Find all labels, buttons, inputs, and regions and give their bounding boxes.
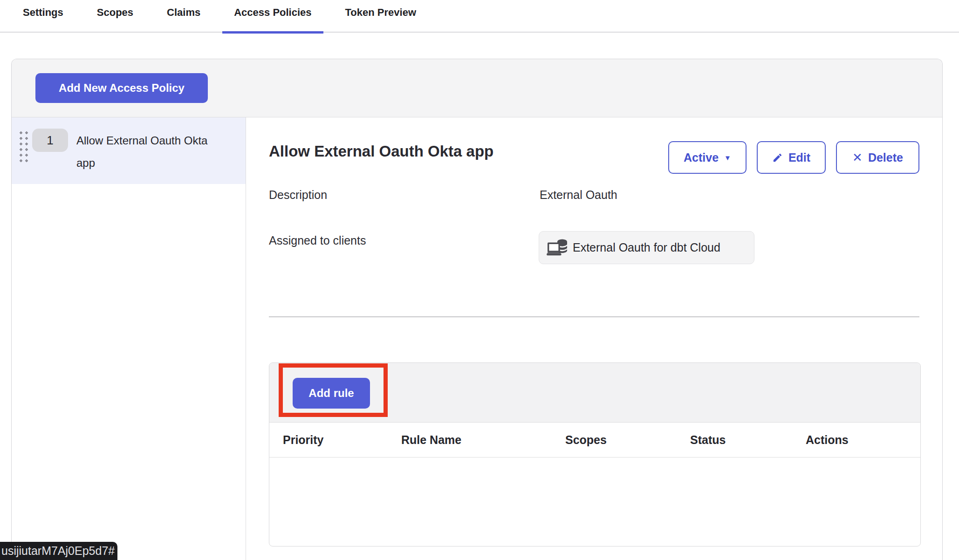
column-header-status: Status <box>690 423 726 458</box>
edit-button-label: Edit <box>788 151 810 164</box>
active-status-label: Active <box>684 151 719 164</box>
link-preview-tooltip: usijiutarM7Aj0Ep5d7# <box>0 542 117 560</box>
close-icon: ✕ <box>852 151 863 164</box>
pencil-icon <box>772 152 783 163</box>
tab-scopes[interactable]: Scopes <box>97 7 133 33</box>
rules-empty-body <box>269 458 920 546</box>
assigned-client-chip[interactable]: External Oauth for dbt Cloud <box>539 231 754 264</box>
add-rule-button[interactable]: Add rule <box>293 378 370 409</box>
policy-detail-pane: Allow External Oauth Okta app Active ▼ E… <box>247 117 942 560</box>
delete-button-label: Delete <box>868 151 903 164</box>
panel-header: Add New Access Policy <box>12 59 942 117</box>
rules-table-header: Add rule <box>269 363 920 423</box>
column-header-priority: Priority <box>283 423 324 458</box>
description-label: Description <box>269 188 327 202</box>
assigned-client-name: External Oauth for dbt Cloud <box>573 241 720 254</box>
tab-settings[interactable]: Settings <box>23 7 63 33</box>
policy-title: Allow External Oauth Okta app <box>269 142 493 161</box>
section-divider <box>269 316 919 317</box>
description-value: External Oauth <box>540 188 617 202</box>
panel-body: 1 Allow External Oauth Okta app Allow Ex… <box>12 117 942 560</box>
column-header-rule-name: Rule Name <box>401 423 461 458</box>
edit-policy-button[interactable]: Edit <box>757 141 826 174</box>
tab-claims[interactable]: Claims <box>167 7 200 33</box>
add-new-access-policy-button[interactable]: Add New Access Policy <box>35 73 208 103</box>
policy-name-label: Allow External Oauth Okta app <box>76 130 216 174</box>
assigned-to-clients-label: Assigned to clients <box>269 234 366 247</box>
active-status-dropdown-button[interactable]: Active ▼ <box>668 141 747 174</box>
policy-action-buttons: Active ▼ Edit ✕ Delete <box>668 141 919 174</box>
rules-table: Add rule Priority Rule Name Scopes Statu… <box>269 362 921 546</box>
chevron-down-icon: ▼ <box>724 154 731 161</box>
delete-policy-button[interactable]: ✕ Delete <box>836 141 919 174</box>
policy-list-item[interactable]: 1 Allow External Oauth Okta app <box>12 117 246 184</box>
rules-column-headers: Priority Rule Name Scopes Status Actions <box>269 423 920 458</box>
tab-bar: Settings Scopes Claims Access Policies T… <box>0 0 959 33</box>
column-header-scopes: Scopes <box>565 423 607 458</box>
policy-priority-badge: 1 <box>32 129 68 152</box>
tab-token-preview[interactable]: Token Preview <box>345 7 416 33</box>
tab-access-policies[interactable]: Access Policies <box>234 7 311 33</box>
client-app-icon <box>547 238 568 258</box>
access-policies-panel: Add New Access Policy 1 Allow External O… <box>11 59 943 560</box>
drag-handle-icon[interactable] <box>18 130 29 163</box>
column-header-actions: Actions <box>806 423 849 458</box>
policy-list: 1 Allow External Oauth Okta app <box>12 117 246 560</box>
